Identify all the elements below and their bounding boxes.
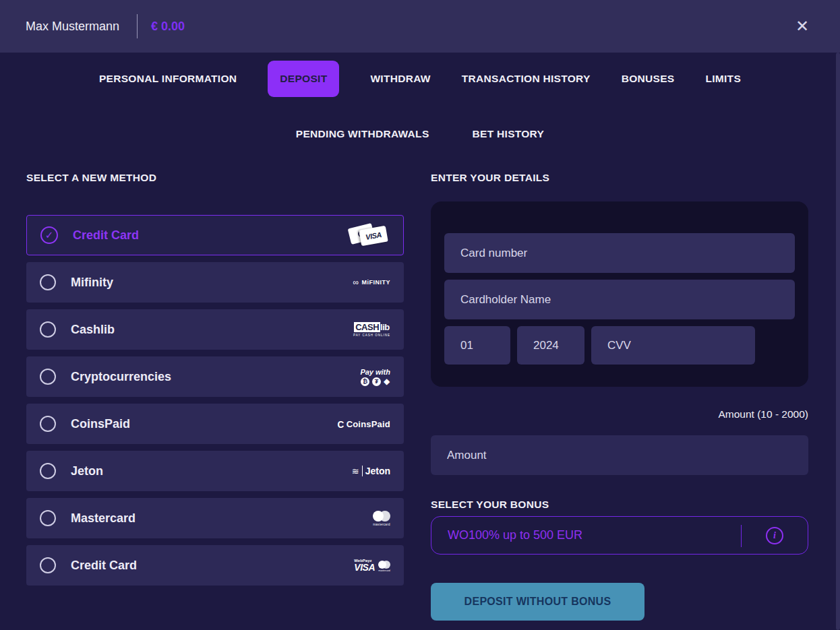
coinspaid-logo-icon: C CoinsPaid [337, 418, 390, 430]
select-bonus-title: SELECT YOUR BONUS [431, 499, 808, 511]
header-divider [137, 14, 138, 38]
tab-limits[interactable]: LIMITS [705, 61, 741, 97]
bonus-selected-option: WO100% up to 500 EUR [448, 528, 582, 542]
jeton-logo-icon: ≋ Jeton [352, 466, 390, 476]
method-label: Jeton [71, 464, 103, 478]
scrollbar[interactable] [836, 53, 840, 630]
radio-icon [40, 369, 56, 385]
select-method-title: SELECT A NEW METHOD [26, 172, 404, 184]
cashlib-logo-icon: CASHlib PAY CASH ONLINE [353, 322, 390, 337]
deposit-details-panel: ENTER YOUR DETAILS Amount (10 - 2000) SE… [431, 172, 808, 621]
tab-bonuses[interactable]: BONUSES [622, 61, 675, 97]
account-modal: Max Mustermann € 0.00 ✕ PERSONAL INFORMA… [0, 0, 840, 630]
tab-personal-information[interactable]: PERSONAL INFORMATION [99, 61, 237, 97]
balance-amount: € 0.00 [151, 20, 185, 34]
check-circle-icon: ✓ [40, 226, 58, 244]
method-jeton[interactable]: Jeton ≋ Jeton [26, 451, 404, 491]
tab-withdraw[interactable]: WITHDRAW [370, 61, 430, 97]
method-credit-card[interactable]: ✓ Credit Card VISA [26, 215, 404, 255]
radio-icon [40, 416, 56, 432]
cvv-input[interactable] [591, 326, 755, 365]
card-details-form [431, 201, 808, 387]
expiry-row [444, 326, 795, 365]
mifinity-logo-icon: ∞ MiFINITY [353, 278, 390, 287]
ethereum-icon: ◆ [384, 377, 390, 385]
tether-icon: ₮ [372, 377, 381, 386]
tab-bet-history[interactable]: BET HISTORY [473, 116, 545, 152]
radio-icon [40, 274, 56, 290]
method-cryptocurrencies[interactable]: Cryptocurrencies Pay with ₿ ₮ ◆ [26, 356, 404, 397]
close-icon[interactable]: ✕ [790, 15, 814, 37]
tab-bar-row1: PERSONAL INFORMATION DEPOSIT WITHDRAW TR… [0, 61, 840, 97]
method-credit-card-webpayz[interactable]: Credit Card WebPayz VISA mastercard [26, 545, 404, 586]
payment-method-list: ✓ Credit Card VISA Mifinity ∞ MiFINITY [26, 215, 404, 586]
method-label: Mastercard [71, 511, 136, 526]
amount-input[interactable] [431, 435, 808, 475]
enter-details-title: ENTER YOUR DETAILS [431, 172, 808, 184]
method-label: Cryptocurrencies [71, 370, 171, 384]
bitcoin-icon: ₿ [361, 377, 369, 386]
bonus-divider [741, 525, 742, 547]
tab-bar-row2: PENDING WITHDRAWALS BET HISTORY [0, 116, 840, 152]
mastercard-circles-icon [373, 511, 390, 522]
webpayz-logo-icon: WebPayz VISA mastercard [354, 559, 390, 572]
info-icon[interactable]: i [766, 527, 783, 544]
radio-icon [40, 510, 56, 526]
method-label: Mifinity [71, 276, 113, 290]
bonus-select[interactable]: WO100% up to 500 EUR i [431, 516, 808, 555]
crypto-logo-icon: Pay with ₿ ₮ ◆ [360, 368, 390, 386]
method-coinspaid[interactable]: CoinsPaid C CoinsPaid [26, 404, 404, 444]
radio-icon [40, 463, 56, 479]
deposit-without-bonus-button[interactable]: DEPOSIT WITHOUT BONUS [431, 583, 644, 621]
cardholder-name-input[interactable] [444, 280, 795, 319]
method-label: CoinsPaid [71, 417, 130, 431]
method-mastercard[interactable]: Mastercard mastercard [26, 498, 404, 538]
method-label: Cashlib [71, 323, 115, 337]
visa-cards-icon: VISA [348, 222, 390, 249]
method-label: Credit Card [73, 228, 139, 243]
method-mifinity[interactable]: Mifinity ∞ MiFINITY [26, 262, 404, 303]
modal-header: Max Mustermann € 0.00 ✕ [0, 0, 840, 53]
expiry-year-input[interactable] [517, 326, 584, 365]
mastercard-circles-icon [378, 561, 390, 569]
amount-range-label: Amount (10 - 2000) [431, 408, 808, 420]
payment-methods-panel: SELECT A NEW METHOD ✓ Credit Card VISA M… [26, 172, 404, 592]
visa-text-icon: VISA [354, 563, 375, 572]
expiry-month-input[interactable] [444, 326, 510, 365]
username: Max Mustermann [26, 20, 119, 34]
tab-pending-withdrawals[interactable]: PENDING WITHDRAWALS [296, 116, 429, 152]
card-number-input[interactable] [444, 233, 795, 273]
radio-icon [40, 557, 56, 573]
radio-icon [40, 321, 56, 338]
method-cashlib[interactable]: Cashlib CASHlib PAY CASH ONLINE [26, 309, 404, 350]
tab-transaction-history[interactable]: TRANSACTION HISTORY [462, 61, 591, 97]
mastercard-logo-icon: mastercard [373, 511, 390, 526]
infinity-icon: ∞ [353, 278, 359, 287]
method-label: Credit Card [71, 559, 137, 573]
tab-deposit[interactable]: DEPOSIT [268, 61, 339, 97]
